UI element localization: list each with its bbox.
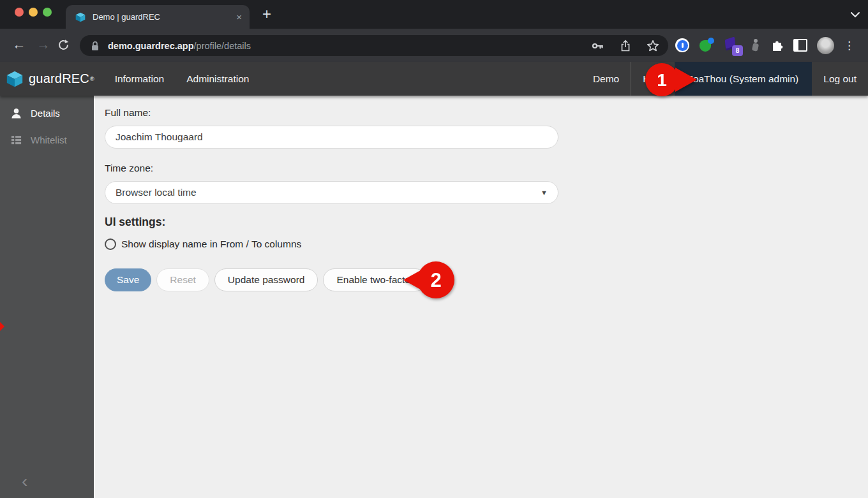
- nav-information[interactable]: Information: [115, 62, 165, 96]
- timezone-select[interactable]: Browser local time ▼: [105, 181, 558, 204]
- window-zoom-button[interactable]: [43, 8, 52, 17]
- reload-icon[interactable]: [57, 29, 75, 62]
- puzzle-icon[interactable]: [770, 38, 784, 52]
- app-header: guardREC ® Information Administration De…: [0, 62, 868, 96]
- reset-button[interactable]: Reset: [156, 268, 209, 291]
- browser-tab-strip: Demo | guardREC × +: [0, 0, 868, 29]
- ui-settings-heading: UI settings:: [105, 216, 868, 229]
- url-bar[interactable]: demo.guardrec.app/profile/details: [80, 35, 668, 56]
- brand-registered-mark: ®: [90, 76, 94, 82]
- sidebar-item-whitelist[interactable]: Whitelist: [0, 126, 94, 153]
- display-name-radio-row: Show display name in From / To columns: [105, 238, 868, 250]
- sidebar: Details Whitelist ‹: [0, 96, 95, 498]
- brand-logo[interactable]: guardREC ®: [0, 62, 94, 96]
- back-button[interactable]: ←: [10, 29, 28, 62]
- frame-icon[interactable]: [793, 39, 807, 52]
- right-nav: Demo Help JoaThou (System admin) Log out: [581, 62, 868, 96]
- save-button[interactable]: Save: [105, 268, 151, 291]
- star-icon[interactable]: [647, 40, 659, 52]
- figure-icon[interactable]: [750, 38, 760, 52]
- display-name-radio-label: Show display name in From / To columns: [121, 238, 301, 250]
- annotation-marker-2: 2: [402, 260, 456, 300]
- form-buttons: Save Reset Update password Enable two-fa…: [105, 268, 868, 291]
- brand-name: guardREC: [29, 71, 89, 86]
- nav-administration[interactable]: Administration: [186, 62, 249, 96]
- window-close-button[interactable]: [15, 8, 24, 17]
- sidebar-item-label: Whitelist: [31, 135, 67, 145]
- browser-menu-icon[interactable]: ⋮: [844, 39, 853, 52]
- window-controls: [15, 8, 52, 17]
- full-name-label: Full name:: [105, 107, 868, 119]
- display-name-radio[interactable]: [105, 238, 116, 250]
- svg-text:1: 1: [657, 70, 667, 90]
- nav-demo[interactable]: Demo: [581, 62, 631, 96]
- url-domain: demo.guardrec.app: [108, 41, 194, 51]
- select-arrow-icon: ▼: [541, 189, 548, 196]
- onepassword-icon[interactable]: [675, 38, 689, 52]
- guardrec-cube-icon: [5, 70, 24, 89]
- sidebar-item-details[interactable]: Details: [0, 99, 94, 126]
- list-icon: [10, 134, 22, 146]
- nav-logout[interactable]: Log out: [812, 62, 868, 96]
- key-icon[interactable]: [592, 40, 604, 52]
- extensions-row: 8 ⋮: [675, 29, 853, 62]
- sidebar-item-label: Details: [31, 108, 60, 119]
- forward-button[interactable]: →: [34, 29, 52, 62]
- user-icon: [10, 107, 22, 119]
- svg-text:2: 2: [430, 269, 441, 291]
- evernote-icon[interactable]: [699, 38, 714, 53]
- full-name-input[interactable]: [105, 126, 558, 149]
- tab-close-icon[interactable]: ×: [236, 11, 242, 22]
- update-password-button[interactable]: Update password: [214, 268, 318, 291]
- sidebar-collapse-chevron[interactable]: ‹: [22, 472, 27, 490]
- profile-avatar[interactable]: [817, 37, 834, 54]
- timezone-selected-value: Browser local time: [116, 187, 541, 198]
- window-minimize-button[interactable]: [29, 8, 38, 17]
- time-zone-label: Time zone:: [105, 163, 868, 174]
- profile-details-panel: Full name: Time zone: Browser local time…: [96, 96, 868, 498]
- extension-badge: 8: [732, 45, 743, 56]
- favicon-cube-icon: [75, 11, 86, 23]
- annotation-marker-1: 1: [645, 62, 697, 97]
- new-tab-button[interactable]: +: [257, 4, 276, 24]
- edge-red-speck: [0, 322, 4, 331]
- tab-title: Demo | guardREC: [93, 12, 236, 22]
- browser-tab[interactable]: Demo | guardREC ×: [66, 5, 250, 29]
- url-path: /profile/details: [194, 41, 251, 51]
- tab-search-chevron-icon[interactable]: [850, 11, 860, 18]
- main-nav: Information Administration: [115, 62, 250, 96]
- purple-book-icon[interactable]: 8: [724, 37, 740, 54]
- browser-toolbar: ← → demo.guardrec.app/profile/details: [0, 29, 868, 62]
- lock-icon[interactable]: [90, 40, 100, 52]
- share-icon[interactable]: [620, 40, 631, 52]
